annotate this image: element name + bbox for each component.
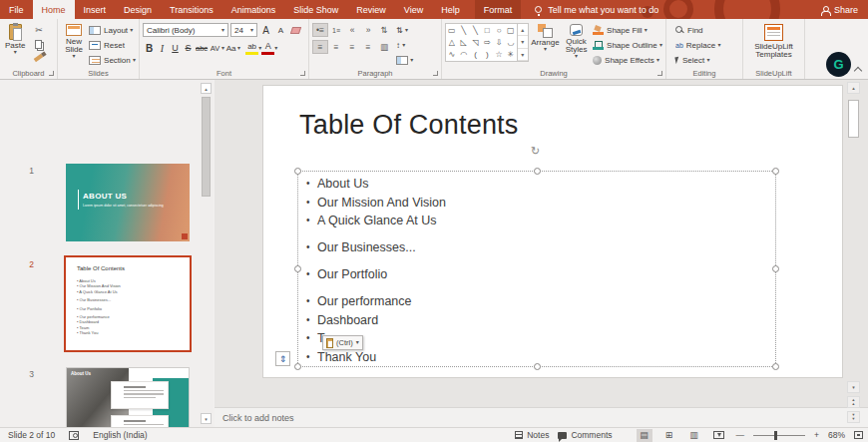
- zoom-in-button[interactable]: +: [814, 430, 819, 440]
- shape-rounded-rect-icon[interactable]: ▢: [505, 24, 517, 36]
- shapes-more-button[interactable]: ▾: [518, 49, 528, 61]
- align-center-button[interactable]: ≡: [328, 40, 344, 54]
- fit-to-window-button[interactable]: [854, 431, 863, 439]
- thumbnail-scroll-down[interactable]: ▾: [201, 413, 212, 424]
- bold-button[interactable]: B: [143, 41, 156, 55]
- change-case-button[interactable]: Aa: [224, 41, 237, 55]
- reading-view-button[interactable]: ▥: [686, 429, 702, 442]
- slide-sorter-view-button[interactable]: ⊞: [661, 429, 677, 442]
- paragraph-dialog-launcher[interactable]: [433, 71, 438, 76]
- tab-format[interactable]: Format: [475, 0, 522, 19]
- thumbnail-scroll-up[interactable]: ▴: [201, 83, 212, 94]
- clear-formatting-button[interactable]: [289, 23, 302, 37]
- copy-button[interactable]: [30, 37, 47, 51]
- increase-indent-button[interactable]: »: [360, 23, 376, 37]
- clipboard-dialog-launcher[interactable]: [49, 71, 54, 76]
- text-highlight-button[interactable]: ab: [245, 41, 258, 55]
- tab-home[interactable]: Home: [33, 0, 75, 19]
- shape-outline-button[interactable]: Shape Outline ▾: [593, 39, 662, 52]
- bullet-item[interactable]: Our Businesses...: [304, 238, 446, 257]
- line-spacing-button[interactable]: ⇅: [376, 23, 392, 37]
- shape-curve-icon[interactable]: ◠: [458, 49, 470, 61]
- grammarly-badge[interactable]: G: [826, 52, 851, 77]
- zoom-slider-thumb[interactable]: [774, 431, 777, 440]
- thumbnail-scrollbar[interactable]: ▴ ▾: [200, 80, 213, 427]
- character-spacing-button[interactable]: AV: [209, 41, 221, 55]
- slideshow-view-button[interactable]: [711, 429, 727, 442]
- format-painter-button[interactable]: [30, 51, 47, 65]
- resize-handle-top-left[interactable]: [294, 168, 301, 175]
- quick-styles-button[interactable]: Quick Styles ▾: [562, 23, 591, 60]
- tab-help[interactable]: Help: [432, 0, 469, 19]
- align-left-button[interactable]: ≡: [312, 40, 328, 54]
- shape-oval-icon[interactable]: ○: [493, 24, 505, 36]
- grow-font-button[interactable]: A: [259, 23, 272, 37]
- bullet-item[interactable]: Our Portfolio: [304, 265, 446, 284]
- paste-options-button[interactable]: (Ctrl) ▾: [322, 335, 363, 350]
- numbering-button[interactable]: 1≡: [328, 23, 344, 37]
- font-color-button[interactable]: A: [261, 41, 274, 55]
- shape-gallery[interactable]: ▭ ╲ ╲ □ ○ ▢ △ ◺ ◹ ⇨ ⇩ ◡ ∿ ◠ ( ) ☆ ✳ ▴: [445, 23, 529, 62]
- font-family-select[interactable]: Calibri (Body)▾: [143, 23, 228, 37]
- shape-right-brace-icon[interactable]: ): [481, 49, 493, 61]
- content-textbox[interactable]: ↻ About Us Our Mission And Vision A Quic…: [297, 171, 776, 367]
- shape-scribble-icon[interactable]: ∿: [446, 49, 458, 61]
- rotate-handle-icon[interactable]: ↻: [531, 146, 542, 157]
- resize-handle-middle-left[interactable]: [294, 265, 301, 272]
- text-direction-button[interactable]: ⇅ ▾: [396, 24, 413, 37]
- shape-arc-icon[interactable]: ◡: [505, 36, 517, 48]
- bullet-item[interactable]: About Us: [304, 175, 446, 194]
- smartart-button[interactable]: ▾: [396, 54, 413, 67]
- strikethrough-s-button[interactable]: S: [182, 41, 195, 55]
- shape-corner-icon[interactable]: ◹: [470, 36, 482, 48]
- scroll-down-button[interactable]: ▾: [847, 381, 860, 393]
- bullet-item[interactable]: A Quick Glance At Us: [304, 212, 446, 230]
- autofit-options-button[interactable]: ⇕: [275, 351, 290, 366]
- slide-canvas[interactable]: Table Of Contents ↻ About Us Our Mission…: [262, 85, 843, 378]
- shape-textbox-icon[interactable]: ▭: [446, 24, 458, 36]
- zoom-slider[interactable]: [753, 435, 805, 436]
- font-size-select[interactable]: 24▾: [230, 23, 257, 37]
- underline-button[interactable]: U: [169, 41, 182, 55]
- strikethrough-button[interactable]: abc: [195, 41, 209, 55]
- zoom-level[interactable]: 68%: [828, 430, 845, 440]
- layout-button[interactable]: Layout ▾: [89, 24, 136, 37]
- resize-handle-middle-right[interactable]: [772, 265, 779, 272]
- new-slide-button[interactable]: New Slide ▾: [61, 23, 87, 60]
- next-slide-button[interactable]: ▾▾: [847, 411, 860, 423]
- vertical-scrollbar[interactable]: ▴ ▾ ▴▴ ▾▾: [847, 82, 860, 427]
- align-text-button[interactable]: ↕ ▾: [396, 39, 413, 52]
- shape-left-brace-icon[interactable]: (: [470, 49, 482, 61]
- tab-animations[interactable]: Animations: [222, 0, 285, 19]
- tell-me-box[interactable]: Tell me what you want to do: [535, 0, 658, 19]
- slide-1-thumbnail[interactable]: ABOUT US Lorem ipsum dolor sit amet, con…: [66, 164, 190, 241]
- shape-triangle-icon[interactable]: △: [446, 36, 458, 48]
- shape-sun-icon[interactable]: ✳: [505, 49, 517, 61]
- share-button[interactable]: Share: [811, 0, 868, 19]
- select-button[interactable]: Select ▾: [675, 54, 720, 67]
- slideuplift-templates-button[interactable]: SlideUpLift Templates: [746, 23, 801, 60]
- tab-view[interactable]: View: [395, 0, 432, 19]
- comments-toggle[interactable]: Comments: [558, 430, 612, 440]
- resize-handle-top-right[interactable]: [772, 168, 779, 175]
- shape-effects-button[interactable]: Shape Effects ▾: [593, 54, 662, 67]
- bullet-item[interactable]: Thank You: [304, 348, 446, 367]
- bullets-button[interactable]: •≡: [312, 23, 328, 37]
- slide-title[interactable]: Table Of Contents: [299, 110, 519, 141]
- resize-handle-bottom-right[interactable]: [772, 363, 779, 370]
- shape-rectangle-icon[interactable]: □: [481, 24, 493, 36]
- previous-slide-button[interactable]: ▴▴: [847, 396, 860, 408]
- notes-pane[interactable]: Click to add notes: [215, 407, 868, 427]
- slide-3-thumbnail[interactable]: About Us: [66, 367, 190, 427]
- font-dialog-launcher[interactable]: [300, 71, 305, 76]
- section-button[interactable]: Section ▾: [89, 54, 136, 67]
- resize-handle-top-middle[interactable]: [534, 168, 541, 175]
- arrange-button[interactable]: Arrange ▾: [529, 23, 562, 53]
- shrink-font-button[interactable]: A: [274, 23, 287, 37]
- shape-arrow-down-icon[interactable]: ⇩: [493, 36, 505, 48]
- italic-button[interactable]: I: [156, 41, 169, 55]
- tab-review[interactable]: Review: [347, 0, 395, 19]
- shape-line-icon[interactable]: ╲: [458, 24, 470, 36]
- thumbnail-scroll-thumb[interactable]: [202, 97, 211, 197]
- replace-button[interactable]: abReplace ▾: [675, 39, 720, 52]
